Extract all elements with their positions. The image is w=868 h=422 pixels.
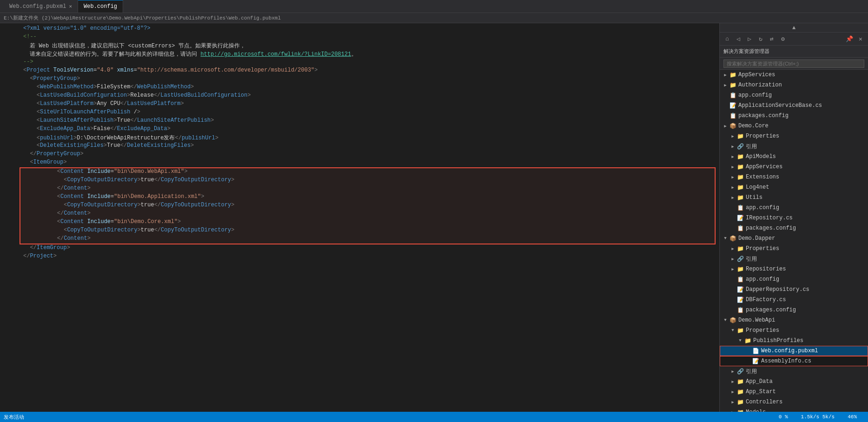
tree-arrow[interactable]: ▶ [729, 182, 736, 192]
editor-area[interactable]: <?xml version="1.0" encoding="utf-8"?> <… [0, 23, 719, 412]
tree-arrow[interactable] [729, 284, 736, 295]
tree-item-packages-config-1[interactable]: 📋packages.config [720, 111, 868, 121]
tree-item-controllers[interactable]: ▶📁Controllers [720, 397, 868, 407]
tree-label-appservices-1: AppServices [738, 72, 775, 78]
tree-item-dapperrepository[interactable]: 📝DapperRepository.cs [720, 284, 868, 295]
tree-item-app-config-1[interactable]: 📋app.config [720, 90, 868, 100]
tree-item-packages-config-core[interactable]: 📋packages.config [720, 223, 868, 233]
tab-pubxml-label: Web.config.pubxml [9, 3, 66, 10]
line-3: 若 Web 出现错误信息，建议启用以下 <customErrors> 节点。如果… [0, 42, 719, 50]
se-sync-btn[interactable]: ⇄ [767, 34, 776, 44]
tree-arrow[interactable]: ▼ [736, 336, 744, 346]
tree-item-publishprofiles-webapi[interactable]: ▼📁PublishProfiles [720, 336, 868, 346]
tree-arrow[interactable]: ▶ [729, 264, 736, 274]
tree-arrow[interactable]: ▶ [729, 152, 736, 162]
se-search-bar[interactable] [720, 58, 868, 70]
tree-arrow[interactable] [729, 274, 736, 284]
tree-arrow[interactable]: ▶ [729, 254, 736, 264]
tree-item-models[interactable]: ▶📁Models [720, 407, 868, 412]
line-content-1: <?xml version="1.0" encoding="utf-8"?> [23, 25, 716, 32]
tree-item-properties-core[interactable]: ▶📁Properties [720, 131, 868, 141]
tree-arrow[interactable]: ▶ [722, 121, 729, 131]
tree-item-irepository[interactable]: 📝IRepository.cs [720, 213, 868, 223]
tree-arrow[interactable]: ▶ [729, 376, 736, 387]
tree-arrow[interactable]: ▶ [729, 407, 736, 412]
tree-item-properties-webapi[interactable]: ▼📁Properties [720, 325, 868, 336]
tree-item-assemblyinfo[interactable]: 📝AssemblyInfo.cs [720, 356, 868, 366]
se-scroll-up[interactable]: ▲ [720, 23, 868, 33]
tree-arrow[interactable]: ▶ [729, 192, 736, 203]
solution-explorer: ▲ ⌂ ◁ ▷ ↻ ⇄ ⚙ 📌 ✕ 解决方案资源管理器 ▶📁AppService… [719, 23, 868, 412]
tree-arrow[interactable] [729, 295, 736, 305]
tree-arrow[interactable] [729, 203, 736, 213]
tree-arrow[interactable] [744, 346, 752, 356]
tab-webconfig[interactable]: Web.config [78, 0, 123, 13]
tree-arrow[interactable] [729, 223, 736, 233]
tree-label-packages-config-dapper: packages.config [746, 307, 796, 313]
tree-item-app-config-core[interactable]: 📋app.config [720, 203, 868, 213]
tree-item-refs-core[interactable]: ▶🔗引用 [720, 141, 868, 152]
tree-item-appservices-1[interactable]: ▶📁AppServices [720, 70, 868, 80]
tree-arrow[interactable] [722, 90, 729, 100]
tree-item-app-config-dapper[interactable]: 📋app.config [720, 274, 868, 284]
tree-arrow[interactable] [729, 213, 736, 223]
tree-arrow[interactable]: ▶ [729, 366, 736, 376]
tree-label-authorization: Authorization [738, 82, 782, 88]
path-text: E:\新建文件夹 (2)\WebApiRestructure\Demo.WebA… [4, 14, 281, 21]
tree-item-webconfigpubxml[interactable]: 📄Web.config.pubxml [720, 346, 868, 356]
se-settings-btn[interactable]: ⚙ [778, 34, 788, 44]
tree-item-democore[interactable]: ▶📦Demo.Core [720, 121, 868, 131]
tree-arrow[interactable]: ▶ [722, 70, 729, 80]
tree-arrow[interactable] [744, 356, 752, 366]
tree-arrow[interactable]: ▶ [729, 141, 736, 152]
tree-item-repositories[interactable]: ▶📁Repositories [720, 264, 868, 274]
tree-item-extensions[interactable]: ▶📁Extensions [720, 172, 868, 182]
tree-item-demodapper[interactable]: ▼📦Demo.Dapper [720, 233, 868, 244]
tree-icon-ref: 🔗 [736, 368, 744, 375]
tree-item-log4net[interactable]: ▶📁Log4net [720, 182, 868, 192]
tree-icon-project: 📦 [729, 122, 736, 130]
se-back-btn[interactable]: ◁ [734, 34, 743, 44]
se-tree[interactable]: ▶📁AppServices▶📁Authorization📋app.config📝… [720, 70, 868, 412]
tree-item-appservicebase[interactable]: 📝ApplicationServiceBase.cs [720, 100, 868, 111]
tree-icon-cs: 📝 [752, 357, 759, 365]
tree-arrow[interactable] [729, 305, 736, 315]
tree-arrow[interactable]: ▼ [722, 233, 729, 244]
tree-arrow[interactable]: ▶ [729, 131, 736, 141]
tree-arrow[interactable] [722, 111, 729, 121]
se-search-input[interactable] [723, 59, 864, 68]
tree-arrow[interactable] [722, 100, 729, 111]
tree-arrow[interactable]: ▼ [729, 325, 736, 336]
tab-pubxml[interactable]: Web.config.pubxml ✕ [4, 0, 78, 13]
se-pin-btn[interactable]: 📌 [845, 34, 854, 44]
tree-arrow[interactable]: ▶ [729, 172, 736, 182]
tree-item-appservices-core[interactable]: ▶📁AppServices [720, 162, 868, 172]
tree-item-demowebapi[interactable]: ▼📦Demo.WebApi [720, 315, 868, 325]
tab-pubxml-close[interactable]: ✕ [69, 3, 72, 9]
line-2: <!-- [0, 33, 719, 42]
tree-item-packages-config-dapper[interactable]: 📋packages.config [720, 305, 868, 315]
tree-item-properties-dapper[interactable]: ▶📁Properties [720, 244, 868, 254]
tree-item-authorization[interactable]: ▶📁Authorization [720, 80, 868, 90]
line-content-8: <WebPublishMethod>FileSystem</WebPublish… [23, 84, 716, 90]
tree-arrow[interactable]: ▶ [729, 162, 736, 172]
tree-item-app-data[interactable]: ▶📁App_Data [720, 376, 868, 387]
tree-icon-folder: 📁 [736, 327, 744, 334]
tree-item-apimodels[interactable]: ▶📁ApiModels [720, 152, 868, 162]
se-refresh-btn[interactable]: ↻ [756, 34, 765, 44]
tree-arrow[interactable]: ▶ [729, 397, 736, 407]
tree-item-refs-dapper[interactable]: ▶🔗引用 [720, 254, 868, 264]
tree-arrow[interactable]: ▶ [729, 387, 736, 397]
tree-arrow[interactable]: ▶ [722, 80, 729, 90]
tree-item-dbfactory[interactable]: 📝DBFactory.cs [720, 295, 868, 305]
se-close-btn[interactable]: ✕ [856, 34, 865, 44]
line-content-25: <CopyToOutputDirectory>true</CopyToOutpu… [44, 227, 711, 233]
tree-icon-folder: 📁 [736, 153, 744, 160]
tree-arrow[interactable]: ▼ [722, 315, 729, 325]
se-home-btn[interactable]: ⌂ [723, 34, 732, 44]
tree-arrow[interactable]: ▶ [729, 244, 736, 254]
tree-item-app-start[interactable]: ▶📁App_Start [720, 387, 868, 397]
tree-item-utils[interactable]: ▶📁Utils [720, 192, 868, 203]
tree-item-refs-webapi[interactable]: ▶🔗引用 [720, 366, 868, 376]
se-forward-btn[interactable]: ▷ [745, 34, 754, 44]
